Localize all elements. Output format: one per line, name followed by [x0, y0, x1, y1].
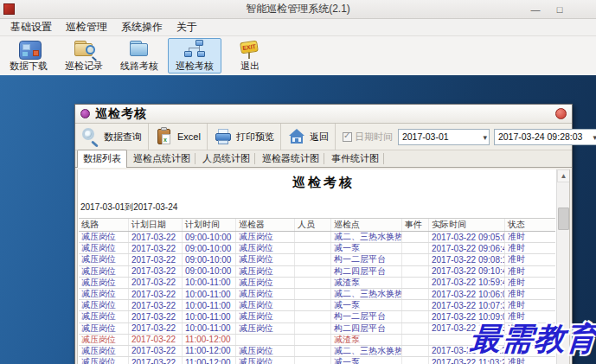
app-icon [3, 3, 15, 15]
table-row[interactable]: 减压岗位2017-03-2210:00-11:00减压岗位减二、三热水换热201… [79, 289, 555, 300]
table-cell: 2017-03-22 [129, 266, 183, 277]
table-cell: 减压岗位 [236, 266, 295, 277]
column-header[interactable]: 状态 [505, 219, 555, 231]
date-to-select[interactable]: 2017-03-24 09:28:03 ▾ [494, 129, 596, 145]
dialog-titlebar[interactable]: 巡检考核 [75, 105, 572, 124]
column-header[interactable]: 计划日期 [129, 219, 183, 231]
table-cell: 减压岗位 [236, 254, 295, 265]
table-cell: 减压岗位 [236, 357, 295, 364]
table-cell: 减压岗位 [236, 323, 295, 334]
table-cell: 2017-03-22 [129, 243, 183, 253]
inspection-assessment-icon [183, 40, 206, 59]
tab-device-chart[interactable]: 巡检器统计图 [256, 150, 325, 167]
table-cell: 2017-03-22 [129, 289, 183, 299]
table-cell: 2017-03-22 [129, 323, 183, 334]
table-cell: 减压岗位 [79, 278, 129, 288]
table-cell [402, 311, 429, 322]
table-row[interactable]: 减压岗位2017-03-2209:00-10:00减压岗位减二、三热水换热201… [79, 232, 555, 243]
tab-event-chart[interactable]: 事件统计图 [325, 150, 385, 167]
table-cell: 减一泵 [331, 300, 402, 310]
table-cell: 减压岗位 [236, 278, 295, 288]
line-assessment-button[interactable]: 线路考核 [112, 38, 166, 73]
date-from-select[interactable]: 2017-03-01 ▾ [398, 129, 490, 145]
menu-item-system-operation[interactable]: 系统操作 [114, 18, 170, 36]
table-cell [402, 357, 429, 364]
column-header[interactable]: 人员 [295, 219, 331, 231]
table-cell: 09:00-10:00 [183, 243, 236, 253]
main-toolbar: 数据下载 巡检记录 线路考核 巡检考核 EXIT 退出 [0, 36, 596, 75]
inspection-record-button[interactable]: 巡检记录 [57, 38, 111, 73]
table-cell: 2017-03-22 10:06:04 [429, 289, 505, 299]
date-filter-group: 日期时间 2017-03-01 ▾ 2017-03-24 09:28:03 ▾ [343, 129, 596, 145]
table-cell: 减渣泵 [331, 335, 402, 345]
table-cell: 减二、三热水换热 [331, 289, 402, 299]
table-cell: 构二四层平台 [331, 266, 402, 277]
table-cell: 减压岗位 [79, 323, 129, 334]
column-header[interactable]: 事件 [402, 219, 429, 231]
table-cell [402, 335, 429, 345]
table-cell: 11:00-12:00 [183, 335, 236, 345]
table-cell [402, 300, 429, 310]
table-cell [402, 232, 429, 242]
excel-export-button[interactable]: x Excel [149, 124, 208, 150]
window-titlebar: 智能巡检管理系统(2.1) — □ [0, 0, 596, 19]
table-cell [402, 289, 429, 299]
menu-item-about[interactable]: 关于 [170, 18, 204, 36]
menu-item-inspection-management[interactable]: 巡检管理 [59, 18, 114, 36]
table-cell: 2017-03-22 09:06:48 [429, 243, 505, 253]
column-header[interactable]: 实际时间 [429, 219, 505, 231]
app-window: 智能巡检管理系统(2.1) — □ 基础设置 巡检管理 系统操作 关于 数据下载… [0, 0, 596, 364]
table-row[interactable]: 减压岗位2017-03-2209:00-10:00减压岗位构二四层平台2017-… [79, 266, 555, 278]
table-cell [236, 335, 295, 345]
exit-icon: EXIT [239, 40, 261, 59]
table-cell: 减压岗位 [79, 254, 129, 265]
table-cell: 构一二层平台 [331, 254, 402, 265]
table-cell [402, 266, 429, 277]
table-cell: 准时 [505, 254, 555, 265]
column-header[interactable]: 巡检点 [331, 219, 402, 231]
printer-icon [214, 127, 233, 146]
tab-data-list[interactable]: 数据列表 [77, 150, 127, 168]
table-cell: 减压岗位 [79, 346, 129, 356]
table-cell: 减压岗位 [79, 357, 129, 364]
table-row[interactable]: 减压岗位2017-03-2209:00-10:00减压岗位减一泵2017-03-… [79, 243, 555, 254]
search-icon [81, 127, 100, 146]
table-cell: 减一泵 [331, 243, 402, 253]
close-icon[interactable] [555, 108, 567, 119]
scroll-up-icon[interactable]: ▲ [557, 169, 570, 182]
scrollbar-thumb[interactable] [558, 208, 569, 230]
print-preview-button[interactable]: 打印预览 [208, 124, 281, 150]
table-cell: 10:00-11:00 [183, 311, 236, 322]
table-row[interactable]: 减压岗位2017-03-2209:00-10:00减压岗位构一二层平台2017-… [79, 254, 555, 265]
data-download-button[interactable]: 数据下载 [2, 38, 55, 73]
clipboard-excel-icon: x [155, 127, 174, 146]
column-header[interactable]: 巡检器 [236, 219, 295, 231]
inspection-assessment-button[interactable]: 巡检考核 [168, 38, 221, 73]
column-header[interactable]: 线路 [79, 219, 129, 231]
table-cell [295, 311, 331, 322]
table-row[interactable]: 减压岗位2017-03-2210:00-11:00减压岗位减一泵2017-03-… [79, 300, 555, 311]
maximize-button[interactable]: □ [548, 0, 572, 19]
table-cell: 减压岗位 [236, 243, 295, 253]
back-button[interactable]: 返回 [281, 124, 336, 150]
table-cell: 减压岗位 [79, 311, 129, 322]
table-cell: 准时 [505, 232, 555, 242]
table-cell: 减二、三热水换热 [331, 232, 402, 242]
table-cell: 09:00-10:00 [183, 266, 236, 277]
exit-button[interactable]: EXIT 退出 [223, 38, 277, 73]
tab-personnel-chart[interactable]: 人员统计图 [196, 150, 256, 167]
table-cell: 09:00-10:00 [183, 232, 236, 242]
table-cell: 2017-03-22 [129, 335, 183, 345]
data-query-button[interactable]: 数据查询 [75, 124, 149, 150]
column-header[interactable]: 计划时间 [183, 219, 236, 231]
table-cell: 2017-03-22 [129, 278, 183, 288]
datetime-checkbox[interactable] [343, 132, 352, 142]
minimize-button[interactable]: — [523, 0, 548, 19]
menu-item-basic-settings[interactable]: 基础设置 [3, 18, 59, 36]
table-cell: 减压岗位 [236, 300, 295, 310]
datetime-label: 日期时间 [355, 131, 393, 144]
table-cell [295, 289, 331, 299]
line-assessment-icon [128, 40, 151, 59]
tab-point-chart[interactable]: 巡检点统计图 [127, 150, 196, 167]
table-row[interactable]: 减压岗位2017-03-2210:00-11:00减压岗位减渣泵2017-03-… [79, 278, 555, 289]
